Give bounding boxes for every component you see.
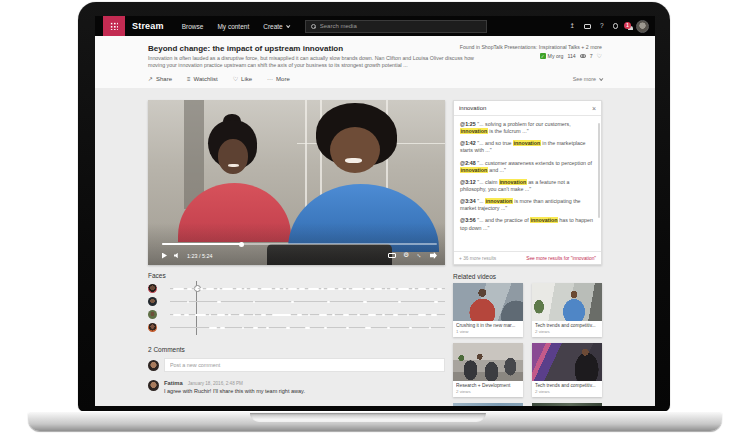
nav-item-my-content[interactable]: My content bbox=[217, 23, 249, 30]
highlighted-term: innovation bbox=[530, 217, 558, 223]
watchlist-button[interactable]: ≡Watchlist bbox=[187, 76, 218, 82]
video-thumbnail[interactable] bbox=[532, 283, 602, 321]
transcript-result[interactable]: @1:42 "... and so true innovation in the… bbox=[460, 140, 594, 154]
comment-item: Fatima January 18, 2016, 2:48 PM I agree… bbox=[148, 380, 445, 394]
nav-item-browse[interactable]: Browse bbox=[182, 23, 204, 30]
nav-links: Browse My content Create bbox=[182, 23, 289, 30]
related-video-card[interactable]: Research + Development2 views bbox=[453, 343, 523, 397]
nav-item-create[interactable]: Create bbox=[263, 23, 289, 30]
transcript-search-input[interactable] bbox=[459, 105, 589, 111]
help-icon[interactable]: ? bbox=[600, 23, 604, 30]
video-stats: ✓My org 114 7 ♡ bbox=[382, 53, 602, 59]
transcript-result[interactable]: @3:12 "... claim innovation as a feature… bbox=[460, 179, 594, 193]
video-player[interactable]: 1:23 / 5:24 ⚙ ↔ bbox=[148, 100, 445, 265]
waffle-icon bbox=[110, 22, 118, 30]
share-button[interactable]: ↗Share bbox=[148, 76, 172, 82]
face-row bbox=[148, 295, 445, 308]
play-button[interactable] bbox=[162, 253, 167, 259]
upload-icon[interactable]: ↥ bbox=[569, 23, 574, 30]
result-timestamp: @2:48 bbox=[460, 160, 476, 166]
settings-gear-icon[interactable]: ⚙ bbox=[403, 252, 409, 259]
feedback-smiley-icon[interactable] bbox=[613, 23, 619, 29]
transcript-result[interactable]: @3:34 "... innovation is more than antic… bbox=[460, 198, 594, 212]
face-avatar[interactable] bbox=[148, 310, 157, 319]
share-icon: ↗ bbox=[148, 76, 153, 82]
transcript-result[interactable]: @1:25 "... solving a problem for our cus… bbox=[460, 121, 594, 135]
video-title: Tech trends and competitiv... bbox=[535, 383, 599, 388]
found-in-label[interactable]: Found in ShopTalk Presentations: Inspira… bbox=[382, 44, 602, 50]
faces-section: Faces bbox=[148, 272, 445, 334]
comment-text: I agree with Ruchir! I'll share this wit… bbox=[164, 388, 305, 394]
laptop-notch bbox=[250, 413, 486, 422]
face-row bbox=[148, 321, 445, 334]
time-display: 1:23 / 5:24 bbox=[187, 253, 212, 259]
face-avatar[interactable] bbox=[148, 297, 157, 306]
laptop-bezel: Stream Browse My content Create ↥ ? bbox=[78, 2, 670, 412]
more-results-count: + 36 more results bbox=[459, 256, 496, 261]
related-grid: Crushing it in the new mar...1 viewTech … bbox=[453, 283, 602, 397]
like-button[interactable]: ♡Like bbox=[233, 76, 252, 82]
face-timeline[interactable] bbox=[170, 284, 445, 293]
see-more-results-link[interactable]: See more results for "innovation" bbox=[526, 256, 596, 261]
result-timestamp: @1:25 bbox=[460, 121, 476, 127]
navbar-icons: ↥ ? 1 bbox=[569, 16, 649, 36]
likes-heart-icon: ♡ bbox=[597, 53, 602, 59]
video-meta: Found in ShopTalk Presentations: Inspira… bbox=[382, 44, 602, 59]
video-title: Research + Development bbox=[456, 383, 520, 388]
video-thumbnail[interactable] bbox=[453, 343, 523, 381]
related-video-card[interactable]: Crushing it in the new mar...1 view bbox=[453, 283, 523, 337]
like-count: 7 bbox=[590, 53, 593, 59]
video-thumbnail[interactable] bbox=[453, 403, 523, 406]
transcript-footer: + 36 more results See more results for "… bbox=[454, 251, 601, 264]
video-title: Tech trends and competitiv... bbox=[535, 323, 599, 328]
ellipsis-icon: ··· bbox=[267, 76, 273, 82]
progress-fill bbox=[162, 243, 242, 245]
fullscreen-button[interactable]: ↔ bbox=[416, 252, 423, 259]
result-text: and ..." bbox=[488, 167, 506, 173]
left-column: 1:23 / 5:24 ⚙ ↔ Faces bbox=[148, 100, 445, 406]
closed-captions-button[interactable] bbox=[388, 253, 396, 258]
current-user-avatar bbox=[148, 360, 159, 371]
related-video-card[interactable]: Tech trends and competitiv...2 views bbox=[532, 283, 602, 337]
face-avatar[interactable] bbox=[148, 284, 157, 293]
transcript-search-panel: × @1:25 "... solving a problem for our c… bbox=[453, 100, 602, 265]
laptop-mockup: Stream Browse My content Create ↥ ? bbox=[0, 0, 750, 437]
gift-icon[interactable] bbox=[584, 24, 591, 29]
highlighted-term: innovation bbox=[513, 140, 541, 146]
watchlist-icon: ≡ bbox=[187, 76, 191, 82]
progress-handle[interactable] bbox=[239, 242, 244, 247]
see-more-toggle[interactable]: See more bbox=[573, 76, 602, 82]
transcript-result[interactable]: @2:48 "... customer awareness extends to… bbox=[460, 160, 594, 174]
views-eye-icon bbox=[580, 54, 586, 58]
video-thumbnail[interactable] bbox=[532, 343, 602, 381]
result-timestamp: @3:34 bbox=[460, 198, 476, 204]
transcript-result[interactable]: @3:56 "... and the practice of innovatio… bbox=[460, 217, 594, 231]
transcript-results: @1:25 "... solving a problem for our cus… bbox=[454, 116, 601, 232]
search-input[interactable] bbox=[320, 23, 481, 29]
face-timeline[interactable] bbox=[170, 297, 445, 306]
close-icon[interactable]: × bbox=[592, 105, 596, 112]
commenter-name[interactable]: Fatima bbox=[164, 380, 183, 386]
media-search-box[interactable] bbox=[305, 20, 487, 33]
result-text: "... customer awareness extends to perce… bbox=[477, 160, 592, 166]
comment-timestamp: January 18, 2016, 2:48 PM bbox=[188, 381, 243, 386]
user-avatar[interactable] bbox=[636, 20, 649, 33]
app-launcher-button[interactable] bbox=[103, 16, 125, 36]
comment-input[interactable] bbox=[164, 358, 445, 372]
related-video-card[interactable]: Tech trends and competitiv...2 views bbox=[532, 343, 602, 397]
chevron-down-icon bbox=[286, 23, 290, 27]
faces-title: Faces bbox=[148, 272, 445, 279]
face-timeline[interactable] bbox=[170, 323, 445, 332]
result-text: "... and the practice of bbox=[477, 217, 530, 223]
scrollbar[interactable] bbox=[598, 123, 600, 218]
video-thumbnail[interactable] bbox=[453, 283, 523, 321]
video-header: Beyond change: the impact of upstream in… bbox=[95, 36, 655, 88]
face-avatar[interactable] bbox=[148, 323, 157, 332]
more-button[interactable]: ···More bbox=[267, 76, 290, 82]
seek-bar[interactable] bbox=[162, 243, 437, 245]
next-share-icon[interactable] bbox=[430, 252, 437, 259]
volume-button[interactable] bbox=[174, 253, 180, 259]
face-timeline[interactable] bbox=[170, 310, 445, 319]
heart-icon: ♡ bbox=[233, 76, 238, 82]
video-thumbnail[interactable] bbox=[532, 403, 602, 406]
